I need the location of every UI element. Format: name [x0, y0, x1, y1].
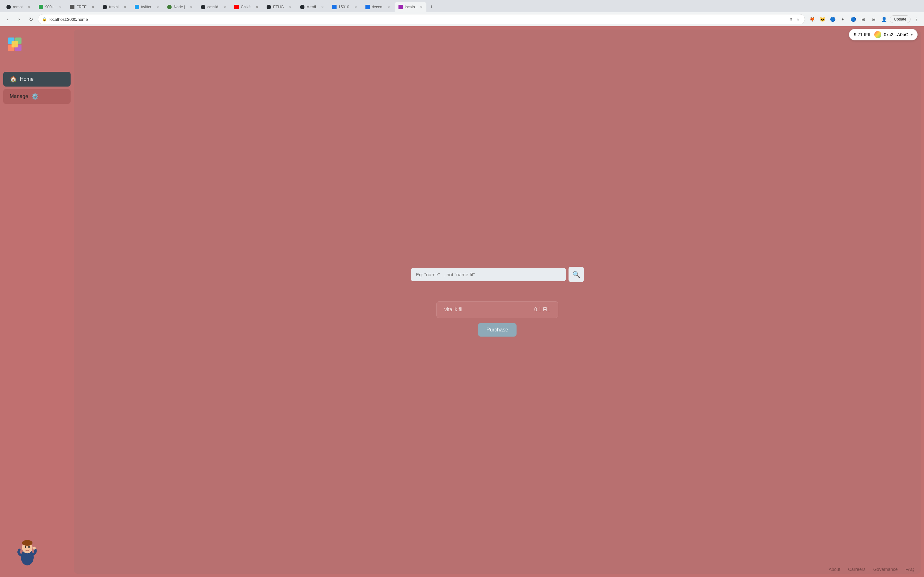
- tab-label: localh...: [405, 5, 418, 9]
- tab-close-icon[interactable]: ×: [59, 5, 61, 10]
- bookmark-icon[interactable]: ☆: [795, 16, 801, 22]
- main-content: 🔍 vitalik.fil 0.1 FIL Purchase: [74, 29, 921, 574]
- tab-bar: remot... × 900+... × FREE... × trekhl...…: [0, 0, 924, 12]
- user-avatar[interactable]: 👤: [879, 15, 888, 24]
- search-container: 🔍: [411, 267, 584, 282]
- footer-governance[interactable]: Governance: [873, 567, 898, 572]
- tab-favicon: [39, 5, 43, 9]
- tab-label: remot...: [13, 5, 26, 9]
- tab-favicon: [399, 5, 403, 9]
- tab-label: twitter...: [141, 5, 154, 9]
- browser-toolbar: ‹ › ↻ 🔒 localhost:3000/home ⬆ ☆ 🦊 🐱 🔵 ✦ …: [0, 12, 924, 26]
- tab-chike[interactable]: Chiké... ×: [230, 2, 262, 12]
- extension-icon-1[interactable]: 🐱: [818, 15, 827, 24]
- wallet-address: 0xc2...A0bC: [884, 32, 908, 37]
- extension-icon-4[interactable]: 🔵: [849, 15, 858, 24]
- tab-close-icon[interactable]: ×: [420, 5, 423, 10]
- tab-favicon: [201, 5, 205, 9]
- tab-favicon: [332, 5, 336, 9]
- wallet-balance: 9.71 tFIL: [854, 32, 871, 37]
- footer: About Carreers Governance FAQ: [0, 562, 924, 577]
- tab-nodejs[interactable]: Node.j... ×: [163, 2, 196, 12]
- footer-careers[interactable]: Carreers: [848, 567, 865, 572]
- extension-icon-6[interactable]: ⊟: [869, 15, 878, 24]
- tab-close-icon[interactable]: ×: [156, 5, 159, 10]
- tab-label: Node.j...: [174, 5, 188, 9]
- profile-icon[interactable]: 🦊: [808, 15, 817, 24]
- gear-icon: ⚙️: [31, 93, 39, 100]
- search-input[interactable]: [416, 272, 561, 277]
- tab-twitter[interactable]: twitter... ×: [131, 2, 163, 12]
- app-layout: 9.71 tFIL 0xc2...A0bC ▾ 🏠 Home Manage ⚙️: [0, 26, 924, 577]
- tab-favicon: [234, 5, 239, 9]
- tab-favicon: [6, 5, 11, 9]
- svg-rect-4: [11, 41, 18, 47]
- address-bar[interactable]: 🔒 localhost:3000/home ⬆ ☆: [38, 14, 805, 24]
- tab-free[interactable]: FREE... ×: [66, 2, 98, 12]
- tab-favicon: [70, 5, 74, 9]
- tab-trekhl[interactable]: trekhl... ×: [99, 2, 130, 12]
- tab-close-icon[interactable]: ×: [190, 5, 192, 10]
- browser-chrome: remot... × 900+... × FREE... × trekhl...…: [0, 0, 924, 26]
- tab-cassid[interactable]: cassid... ×: [197, 2, 230, 12]
- extension-icon-2[interactable]: 🔵: [828, 15, 837, 24]
- tab-favicon: [167, 5, 172, 9]
- tab-label: decen...: [372, 5, 386, 9]
- tab-close-icon[interactable]: ×: [223, 5, 226, 10]
- tab-close-icon[interactable]: ×: [256, 5, 258, 10]
- lock-icon: 🔒: [42, 17, 47, 21]
- sidebar: 🏠 Home Manage ⚙️: [0, 26, 74, 577]
- result-price: 0.1 FIL: [534, 307, 550, 313]
- tab-decen[interactable]: decen... ×: [362, 2, 394, 12]
- tab-label: FREE...: [76, 5, 90, 9]
- extension-icon-3[interactable]: ✦: [838, 15, 847, 24]
- footer-faq[interactable]: FAQ: [905, 567, 914, 572]
- share-icon[interactable]: ⬆: [788, 16, 794, 22]
- tab-favicon: [267, 5, 271, 9]
- address-action-icons: ⬆ ☆: [788, 16, 801, 22]
- app-logo: [6, 36, 26, 55]
- tab-remot[interactable]: remot... ×: [3, 2, 34, 12]
- tab-label: ETHG...: [273, 5, 287, 9]
- extension-icon-5[interactable]: ⊞: [859, 15, 868, 24]
- url-text: localhost:3000/home: [49, 17, 785, 22]
- tab-900[interactable]: 900+... ×: [35, 2, 65, 12]
- back-button[interactable]: ‹: [3, 15, 12, 24]
- tab-localh[interactable]: localh... ×: [395, 2, 427, 12]
- update-button[interactable]: Update: [890, 15, 911, 23]
- search-icon: 🔍: [572, 271, 580, 278]
- home-icon: 🏠: [10, 76, 17, 83]
- tab-close-icon[interactable]: ×: [387, 5, 390, 10]
- search-button[interactable]: 🔍: [569, 267, 584, 282]
- tab-label: 900+...: [45, 5, 57, 9]
- wallet-chevron-icon: ▾: [911, 32, 913, 37]
- tab-close-icon[interactable]: ×: [92, 5, 94, 10]
- sidebar-item-home[interactable]: 🏠 Home: [3, 72, 71, 87]
- tab-merdi[interactable]: Merdi... ×: [296, 2, 328, 12]
- tab-close-icon[interactable]: ×: [321, 5, 324, 10]
- result-card: vitalik.fil 0.1 FIL: [436, 301, 558, 318]
- menu-button[interactable]: ⋮: [912, 15, 921, 24]
- tab-close-icon[interactable]: ×: [28, 5, 31, 10]
- new-tab-button[interactable]: +: [427, 3, 436, 11]
- tab-15010[interactable]: 15010... ×: [328, 2, 361, 12]
- reload-button[interactable]: ↻: [26, 15, 35, 24]
- wallet-badge[interactable]: 9.71 tFIL 0xc2...A0bC ▾: [849, 29, 918, 40]
- footer-about[interactable]: About: [829, 567, 841, 572]
- tab-close-icon[interactable]: ×: [289, 5, 292, 10]
- tab-close-icon[interactable]: ×: [124, 5, 126, 10]
- wallet-avatar-icon: [874, 31, 881, 38]
- search-input-wrap: [411, 268, 566, 281]
- tab-favicon: [365, 5, 370, 9]
- toolbar-right: 🦊 🐱 🔵 ✦ 🔵 ⊞ ⊟ 👤 Update ⋮: [808, 15, 921, 24]
- tab-favicon: [135, 5, 139, 9]
- purchase-button[interactable]: Purchase: [478, 323, 517, 337]
- tab-favicon: [300, 5, 304, 9]
- tab-favicon: [103, 5, 107, 9]
- tab-close-icon[interactable]: ×: [354, 5, 357, 10]
- forward-button[interactable]: ›: [15, 15, 24, 24]
- tab-label: Chiké...: [241, 5, 254, 9]
- tab-ethg[interactable]: ETHG... ×: [263, 2, 296, 12]
- sidebar-item-manage[interactable]: Manage ⚙️: [3, 89, 71, 104]
- tab-label: cassid...: [207, 5, 221, 9]
